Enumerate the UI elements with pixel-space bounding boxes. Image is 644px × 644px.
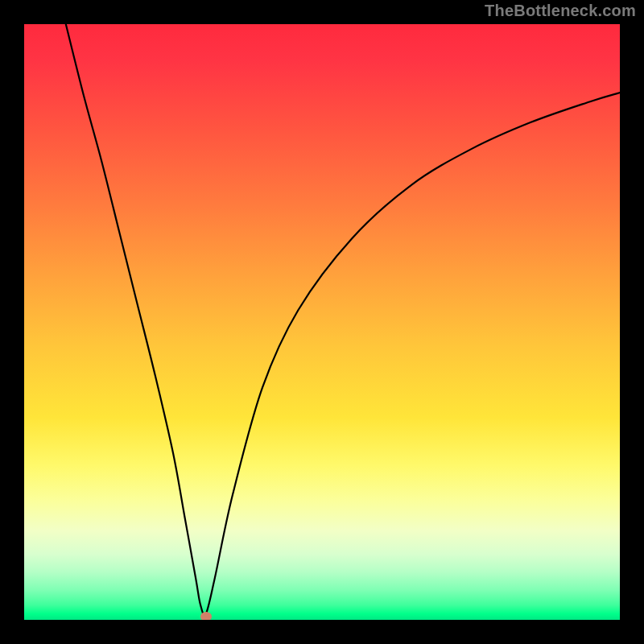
chart-frame: TheBottleneck.com [0,0,644,644]
min-marker [200,612,212,620]
curve-path [66,24,620,615]
watermark-text: TheBottleneck.com [485,2,636,20]
curve-svg [24,24,620,620]
plot-area [24,24,620,620]
